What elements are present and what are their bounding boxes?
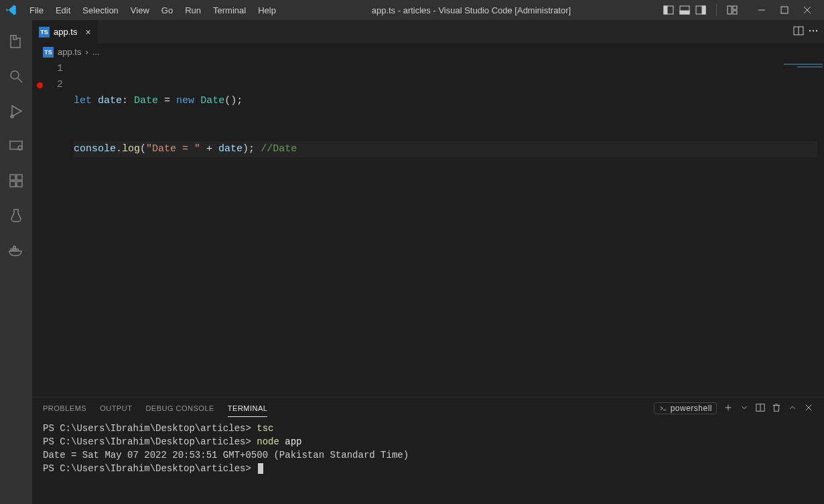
svg-rect-6 [728, 6, 732, 14]
layout-left-icon[interactable] [661, 3, 676, 17]
close-button[interactable] [796, 0, 819, 20]
menu-file[interactable]: File [24, 3, 49, 18]
breakpoint-line-2[interactable] [32, 77, 47, 93]
testing-icon[interactable] [0, 199, 32, 232]
breadcrumb-dots: ... [92, 47, 100, 57]
docker-icon[interactable] [0, 234, 32, 266]
activity-bar [0, 20, 32, 504]
svg-rect-21 [10, 181, 15, 187]
svg-marker-15 [12, 106, 21, 116]
svg-rect-3 [680, 11, 689, 14]
terminal-line: PS C:\Users\Ibrahim\Desktop\articles> no… [43, 435, 813, 448]
terminal-shell-selector[interactable]: powershell [654, 402, 717, 414]
minimize-button[interactable] [750, 0, 773, 20]
line-number-gutter: 1 2 [47, 61, 74, 397]
line-number: 2 [47, 77, 63, 93]
terminal-line: PS C:\Users\Ibrahim\Desktop\articles> ts… [43, 422, 813, 435]
svg-rect-22 [17, 181, 22, 187]
svg-point-29 [809, 30, 811, 31]
tab-terminal[interactable]: TERMINAL [228, 400, 268, 417]
typescript-icon: TS [43, 47, 54, 58]
extensions-icon[interactable] [0, 165, 32, 197]
terminal-content[interactable]: PS C:\Users\Ibrahim\Desktop\articles> ts… [32, 419, 824, 504]
typescript-icon: TS [39, 27, 50, 37]
remote-icon[interactable] [0, 130, 32, 162]
editor-region: TS app.ts × TS app.ts › ... 1 2 [32, 20, 824, 504]
split-editor-icon[interactable] [793, 25, 804, 38]
menu-bar: File Edit Selection View Go Run Terminal… [24, 3, 281, 18]
breadcrumb-file: app.ts [58, 47, 81, 57]
tab-bar: TS app.ts × [32, 20, 824, 44]
menu-selection[interactable]: Selection [77, 3, 123, 18]
code-editor[interactable]: 1 2 let date: Date = new Date(); console… [32, 61, 824, 397]
menu-view[interactable]: View [125, 3, 155, 18]
menu-run[interactable]: Run [180, 3, 206, 18]
terminal-cursor [258, 463, 263, 474]
svg-point-31 [816, 30, 817, 31]
svg-rect-37 [774, 405, 779, 411]
more-actions-icon[interactable] [808, 25, 819, 38]
tab-app-ts[interactable]: TS app.ts × [32, 20, 98, 44]
tab-close-icon[interactable]: × [85, 27, 90, 37]
layout-bottom-icon[interactable] [677, 3, 692, 17]
chevron-right-icon: › [85, 47, 88, 57]
bottom-panel: PROBLEMS OUTPUT DEBUG CONSOLE TERMINAL p… [32, 397, 824, 504]
code-line-2[interactable]: console.log("Date = " + date); //Date [74, 141, 817, 157]
explorer-icon[interactable] [0, 25, 32, 58]
split-terminal-icon[interactable] [756, 403, 765, 414]
maximize-panel-icon[interactable] [788, 403, 797, 414]
minimap[interactable] [757, 61, 824, 397]
main-area: TS app.ts × TS app.ts › ... 1 2 [0, 20, 824, 504]
window-title: app.ts - articles - Visual Studio Code [… [281, 5, 661, 15]
run-debug-icon[interactable] [0, 95, 32, 127]
terminal-split-dropdown-icon[interactable] [740, 403, 749, 414]
svg-rect-26 [13, 246, 15, 248]
menu-terminal[interactable]: Terminal [208, 3, 251, 18]
code-line-1[interactable]: let date: Date = new Date(); [74, 93, 817, 109]
title-bar: File Edit Selection View Go Run Terminal… [0, 0, 824, 20]
window-controls [750, 0, 819, 20]
svg-point-13 [11, 71, 19, 79]
terminal-line: PS C:\Users\Ibrahim\Desktop\articles> [43, 462, 813, 475]
new-terminal-icon[interactable] [724, 403, 733, 414]
separator [716, 4, 717, 16]
close-panel-icon[interactable] [804, 403, 813, 414]
tab-debug-console[interactable]: DEBUG CONSOLE [145, 400, 214, 416]
breadcrumb[interactable]: TS app.ts › ... [32, 44, 824, 61]
layout-buttons [661, 3, 708, 17]
svg-rect-10 [781, 7, 788, 13]
layout-custom-icon[interactable] [725, 3, 740, 17]
panel-tabs: PROBLEMS OUTPUT DEBUG CONSOLE TERMINAL p… [32, 398, 824, 419]
svg-rect-1 [664, 6, 667, 14]
menu-edit[interactable]: Edit [50, 3, 76, 18]
tab-problems[interactable]: PROBLEMS [43, 400, 86, 416]
svg-rect-5 [702, 6, 705, 14]
layout-right-icon[interactable] [693, 3, 708, 17]
tab-label: app.ts [54, 27, 77, 37]
code-content[interactable]: let date: Date = new Date(); console.log… [74, 61, 824, 397]
line-number: 1 [47, 61, 63, 77]
search-icon[interactable] [0, 60, 32, 92]
kill-terminal-icon[interactable] [772, 403, 781, 414]
vscode-logo-icon [5, 4, 17, 16]
maximize-button[interactable] [773, 0, 796, 20]
svg-rect-20 [17, 175, 22, 180]
svg-point-30 [813, 30, 814, 31]
menu-help[interactable]: Help [253, 3, 281, 18]
svg-rect-19 [10, 175, 15, 180]
breakpoint-line-1[interactable] [32, 61, 47, 77]
svg-rect-8 [733, 11, 737, 14]
svg-rect-17 [10, 141, 22, 149]
tab-output[interactable]: OUTPUT [100, 400, 132, 416]
breakpoint-gutter[interactable] [32, 61, 47, 397]
svg-rect-7 [733, 6, 737, 9]
terminal-line: Date = Sat May 07 2022 20:53:51 GMT+0500… [43, 448, 813, 462]
menu-go[interactable]: Go [156, 3, 178, 18]
shell-label: powershell [671, 404, 712, 413]
svg-line-14 [18, 78, 22, 82]
